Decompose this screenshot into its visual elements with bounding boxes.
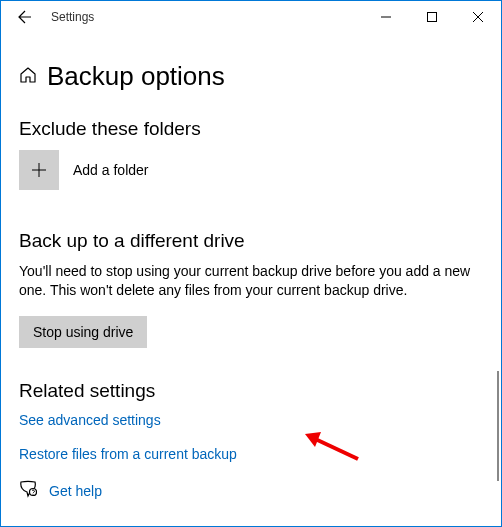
help-icon bbox=[19, 480, 37, 502]
related-settings-heading: Related settings bbox=[19, 380, 483, 402]
restore-files-link[interactable]: Restore files from a current backup bbox=[19, 446, 483, 462]
close-icon bbox=[473, 12, 483, 22]
svg-rect-0 bbox=[428, 13, 437, 22]
get-help-link[interactable]: Get help bbox=[49, 483, 102, 499]
different-drive-description: You'll need to stop using your current b… bbox=[19, 262, 483, 300]
maximize-button[interactable] bbox=[409, 1, 455, 33]
minimize-button[interactable] bbox=[363, 1, 409, 33]
content-area: Backup options Exclude these folders Add… bbox=[1, 33, 501, 502]
different-drive-heading: Back up to a different drive bbox=[19, 230, 483, 252]
add-folder-row[interactable]: Add a folder bbox=[19, 150, 483, 190]
home-icon[interactable] bbox=[19, 66, 37, 88]
app-title: Settings bbox=[51, 10, 94, 24]
stop-using-drive-button[interactable]: Stop using drive bbox=[19, 316, 147, 348]
maximize-icon bbox=[427, 12, 437, 22]
add-folder-label: Add a folder bbox=[73, 162, 149, 178]
page-header: Backup options bbox=[19, 61, 483, 92]
see-advanced-settings-link[interactable]: See advanced settings bbox=[19, 412, 483, 428]
arrow-left-icon bbox=[17, 9, 33, 25]
scrollbar[interactable] bbox=[497, 371, 499, 481]
exclude-heading: Exclude these folders bbox=[19, 118, 483, 140]
plus-icon bbox=[29, 160, 49, 180]
add-folder-tile[interactable] bbox=[19, 150, 59, 190]
svg-point-2 bbox=[33, 493, 34, 494]
page-title: Backup options bbox=[47, 61, 225, 92]
back-button[interactable] bbox=[9, 1, 41, 33]
close-button[interactable] bbox=[455, 1, 501, 33]
get-help-row[interactable]: Get help bbox=[19, 480, 483, 502]
minimize-icon bbox=[381, 12, 391, 22]
titlebar: Settings bbox=[1, 1, 501, 33]
window-controls bbox=[363, 1, 501, 33]
